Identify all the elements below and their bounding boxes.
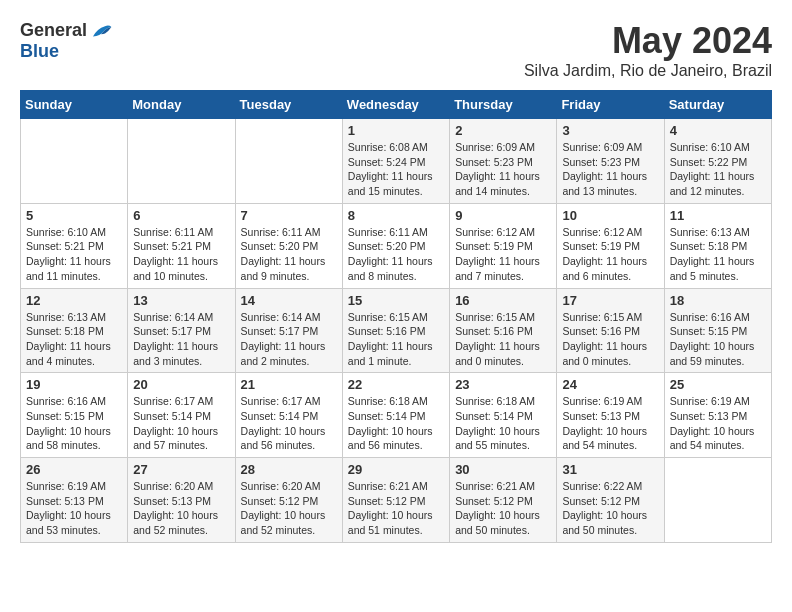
title-section: May 2024 Silva Jardim, Rio de Janeiro, B… xyxy=(524,20,772,80)
day-info: Sunrise: 6:09 AM Sunset: 5:23 PM Dayligh… xyxy=(562,140,658,199)
calendar-table: SundayMondayTuesdayWednesdayThursdayFrid… xyxy=(20,90,772,543)
calendar-cell: 29Sunrise: 6:21 AM Sunset: 5:12 PM Dayli… xyxy=(342,458,449,543)
day-info: Sunrise: 6:14 AM Sunset: 5:17 PM Dayligh… xyxy=(241,310,337,369)
day-number: 22 xyxy=(348,377,444,392)
day-info: Sunrise: 6:17 AM Sunset: 5:14 PM Dayligh… xyxy=(133,394,229,453)
calendar-header-tuesday: Tuesday xyxy=(235,91,342,119)
day-number: 31 xyxy=(562,462,658,477)
day-info: Sunrise: 6:16 AM Sunset: 5:15 PM Dayligh… xyxy=(26,394,122,453)
day-info: Sunrise: 6:20 AM Sunset: 5:13 PM Dayligh… xyxy=(133,479,229,538)
day-number: 24 xyxy=(562,377,658,392)
day-number: 10 xyxy=(562,208,658,223)
day-number: 21 xyxy=(241,377,337,392)
calendar-cell: 3Sunrise: 6:09 AM Sunset: 5:23 PM Daylig… xyxy=(557,119,664,204)
calendar-cell: 2Sunrise: 6:09 AM Sunset: 5:23 PM Daylig… xyxy=(450,119,557,204)
calendar-cell: 28Sunrise: 6:20 AM Sunset: 5:12 PM Dayli… xyxy=(235,458,342,543)
calendar-cell: 30Sunrise: 6:21 AM Sunset: 5:12 PM Dayli… xyxy=(450,458,557,543)
day-info: Sunrise: 6:21 AM Sunset: 5:12 PM Dayligh… xyxy=(348,479,444,538)
day-info: Sunrise: 6:09 AM Sunset: 5:23 PM Dayligh… xyxy=(455,140,551,199)
calendar-cell: 18Sunrise: 6:16 AM Sunset: 5:15 PM Dayli… xyxy=(664,288,771,373)
day-info: Sunrise: 6:21 AM Sunset: 5:12 PM Dayligh… xyxy=(455,479,551,538)
calendar-cell xyxy=(21,119,128,204)
calendar-header-sunday: Sunday xyxy=(21,91,128,119)
calendar-cell: 5Sunrise: 6:10 AM Sunset: 5:21 PM Daylig… xyxy=(21,203,128,288)
day-number: 13 xyxy=(133,293,229,308)
calendar-cell: 27Sunrise: 6:20 AM Sunset: 5:13 PM Dayli… xyxy=(128,458,235,543)
day-info: Sunrise: 6:13 AM Sunset: 5:18 PM Dayligh… xyxy=(26,310,122,369)
day-info: Sunrise: 6:19 AM Sunset: 5:13 PM Dayligh… xyxy=(670,394,766,453)
day-info: Sunrise: 6:13 AM Sunset: 5:18 PM Dayligh… xyxy=(670,225,766,284)
calendar-cell: 22Sunrise: 6:18 AM Sunset: 5:14 PM Dayli… xyxy=(342,373,449,458)
day-number: 11 xyxy=(670,208,766,223)
day-number: 19 xyxy=(26,377,122,392)
calendar-cell: 21Sunrise: 6:17 AM Sunset: 5:14 PM Dayli… xyxy=(235,373,342,458)
calendar-cell: 25Sunrise: 6:19 AM Sunset: 5:13 PM Dayli… xyxy=(664,373,771,458)
calendar-cell: 8Sunrise: 6:11 AM Sunset: 5:20 PM Daylig… xyxy=(342,203,449,288)
day-info: Sunrise: 6:19 AM Sunset: 5:13 PM Dayligh… xyxy=(562,394,658,453)
calendar-cell: 9Sunrise: 6:12 AM Sunset: 5:19 PM Daylig… xyxy=(450,203,557,288)
day-info: Sunrise: 6:18 AM Sunset: 5:14 PM Dayligh… xyxy=(455,394,551,453)
day-number: 27 xyxy=(133,462,229,477)
day-number: 2 xyxy=(455,123,551,138)
day-number: 26 xyxy=(26,462,122,477)
calendar-cell: 19Sunrise: 6:16 AM Sunset: 5:15 PM Dayli… xyxy=(21,373,128,458)
calendar-cell: 16Sunrise: 6:15 AM Sunset: 5:16 PM Dayli… xyxy=(450,288,557,373)
calendar-cell: 12Sunrise: 6:13 AM Sunset: 5:18 PM Dayli… xyxy=(21,288,128,373)
calendar-cell: 6Sunrise: 6:11 AM Sunset: 5:21 PM Daylig… xyxy=(128,203,235,288)
calendar-cell: 23Sunrise: 6:18 AM Sunset: 5:14 PM Dayli… xyxy=(450,373,557,458)
calendar-cell: 1Sunrise: 6:08 AM Sunset: 5:24 PM Daylig… xyxy=(342,119,449,204)
day-number: 17 xyxy=(562,293,658,308)
day-info: Sunrise: 6:11 AM Sunset: 5:20 PM Dayligh… xyxy=(348,225,444,284)
calendar-cell: 17Sunrise: 6:15 AM Sunset: 5:16 PM Dayli… xyxy=(557,288,664,373)
calendar-cell: 26Sunrise: 6:19 AM Sunset: 5:13 PM Dayli… xyxy=(21,458,128,543)
calendar-cell xyxy=(128,119,235,204)
day-number: 20 xyxy=(133,377,229,392)
calendar-week-4: 19Sunrise: 6:16 AM Sunset: 5:15 PM Dayli… xyxy=(21,373,772,458)
day-info: Sunrise: 6:20 AM Sunset: 5:12 PM Dayligh… xyxy=(241,479,337,538)
calendar-cell: 7Sunrise: 6:11 AM Sunset: 5:20 PM Daylig… xyxy=(235,203,342,288)
day-info: Sunrise: 6:17 AM Sunset: 5:14 PM Dayligh… xyxy=(241,394,337,453)
logo-general-text: General xyxy=(20,20,87,41)
calendar-header-monday: Monday xyxy=(128,91,235,119)
day-info: Sunrise: 6:22 AM Sunset: 5:12 PM Dayligh… xyxy=(562,479,658,538)
location: Silva Jardim, Rio de Janeiro, Brazil xyxy=(524,62,772,80)
calendar-cell: 15Sunrise: 6:15 AM Sunset: 5:16 PM Dayli… xyxy=(342,288,449,373)
calendar-cell xyxy=(664,458,771,543)
day-number: 23 xyxy=(455,377,551,392)
calendar-cell: 4Sunrise: 6:10 AM Sunset: 5:22 PM Daylig… xyxy=(664,119,771,204)
day-number: 12 xyxy=(26,293,122,308)
logo: General Blue xyxy=(20,20,113,62)
logo-bird-icon xyxy=(89,21,113,41)
day-info: Sunrise: 6:15 AM Sunset: 5:16 PM Dayligh… xyxy=(562,310,658,369)
calendar-header-row: SundayMondayTuesdayWednesdayThursdayFrid… xyxy=(21,91,772,119)
day-info: Sunrise: 6:11 AM Sunset: 5:20 PM Dayligh… xyxy=(241,225,337,284)
day-number: 8 xyxy=(348,208,444,223)
calendar-week-2: 5Sunrise: 6:10 AM Sunset: 5:21 PM Daylig… xyxy=(21,203,772,288)
day-number: 5 xyxy=(26,208,122,223)
day-number: 18 xyxy=(670,293,766,308)
day-info: Sunrise: 6:08 AM Sunset: 5:24 PM Dayligh… xyxy=(348,140,444,199)
day-info: Sunrise: 6:10 AM Sunset: 5:21 PM Dayligh… xyxy=(26,225,122,284)
day-number: 14 xyxy=(241,293,337,308)
day-number: 7 xyxy=(241,208,337,223)
month-title: May 2024 xyxy=(524,20,772,62)
calendar-cell: 10Sunrise: 6:12 AM Sunset: 5:19 PM Dayli… xyxy=(557,203,664,288)
calendar-cell: 13Sunrise: 6:14 AM Sunset: 5:17 PM Dayli… xyxy=(128,288,235,373)
day-number: 15 xyxy=(348,293,444,308)
logo-blue-text: Blue xyxy=(20,41,59,62)
day-number: 29 xyxy=(348,462,444,477)
day-info: Sunrise: 6:10 AM Sunset: 5:22 PM Dayligh… xyxy=(670,140,766,199)
day-number: 6 xyxy=(133,208,229,223)
calendar-cell: 14Sunrise: 6:14 AM Sunset: 5:17 PM Dayli… xyxy=(235,288,342,373)
day-info: Sunrise: 6:18 AM Sunset: 5:14 PM Dayligh… xyxy=(348,394,444,453)
day-number: 4 xyxy=(670,123,766,138)
day-number: 25 xyxy=(670,377,766,392)
calendar-week-3: 12Sunrise: 6:13 AM Sunset: 5:18 PM Dayli… xyxy=(21,288,772,373)
day-number: 30 xyxy=(455,462,551,477)
calendar-cell: 11Sunrise: 6:13 AM Sunset: 5:18 PM Dayli… xyxy=(664,203,771,288)
day-info: Sunrise: 6:12 AM Sunset: 5:19 PM Dayligh… xyxy=(455,225,551,284)
day-info: Sunrise: 6:16 AM Sunset: 5:15 PM Dayligh… xyxy=(670,310,766,369)
day-number: 1 xyxy=(348,123,444,138)
calendar-cell: 31Sunrise: 6:22 AM Sunset: 5:12 PM Dayli… xyxy=(557,458,664,543)
calendar-cell: 24Sunrise: 6:19 AM Sunset: 5:13 PM Dayli… xyxy=(557,373,664,458)
